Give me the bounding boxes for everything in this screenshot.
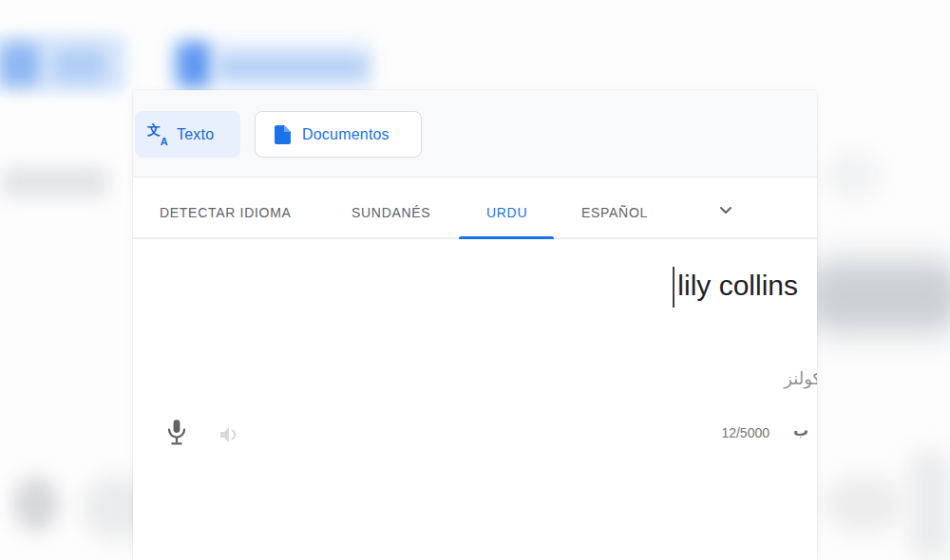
blurred-bottom-right-1 [823, 475, 904, 533]
text-mode-button[interactable]: 文 A Texto [135, 111, 240, 158]
text-cursor [673, 267, 674, 308]
translate-icon-a: A [161, 136, 168, 147]
blurred-text-button-label [52, 49, 107, 82]
mode-toolbar: 文 A Texto Documentos [133, 90, 817, 177]
blurred-text-button-bg [0, 34, 127, 93]
listen-button[interactable] [218, 424, 241, 445]
source-text: lily collins [677, 267, 798, 305]
blurred-right-smudge [825, 152, 882, 199]
blurred-documents-button-icon [177, 42, 211, 87]
microphone-icon [163, 418, 190, 448]
source-text-area[interactable]: lily collins کولنز [133, 239, 817, 560]
character-count: 12/5000 [721, 425, 770, 440]
documents-mode-label: Documentos [302, 126, 390, 143]
blurred-output-text [813, 249, 950, 344]
microphone-button[interactable] [163, 418, 190, 448]
blurred-bottom-right-2 [910, 450, 950, 560]
blurred-text-button-icon [0, 44, 40, 85]
source-language-tabbar: DETECTAR IDIOMA SUNDANÉS URDU ESPAÑOL [133, 177, 817, 239]
text-mode-label: Texto [177, 126, 214, 143]
input-tools-glyph-icon: ب [793, 421, 808, 439]
screen: 文 A Texto Documentos DETECTAR IDIOMA SUN… [0, 0, 950, 560]
tab-urdu[interactable]: URDU [486, 205, 527, 220]
source-input-line: lily collins [673, 267, 798, 308]
speaker-icon [218, 424, 241, 445]
blurred-mic-icon [13, 476, 59, 532]
document-icon [275, 125, 291, 144]
input-tools-button[interactable]: ب [790, 420, 811, 442]
tab-sundanese[interactable]: SUNDANÉS [352, 205, 430, 220]
tab-spanish[interactable]: ESPAÑOL [581, 205, 648, 220]
translate-icon: 文 A [148, 125, 167, 144]
translate-panel: 文 A Texto Documentos DETECTAR IDIOMA SUN… [133, 90, 817, 560]
blurred-documents-button-label [217, 53, 369, 81]
blurred-output-text-dark [813, 268, 950, 325]
tab-detect-language[interactable]: DETECTAR IDIOMA [160, 205, 292, 220]
blurred-documents-button-bg [166, 36, 373, 91]
transliteration-preview: کولنز [784, 368, 817, 388]
more-languages-button[interactable] [714, 198, 737, 221]
translate-icon-zh: 文 [147, 122, 161, 140]
documents-mode-button[interactable]: Documentos [255, 111, 422, 158]
source-card: DETECTAR IDIOMA SUNDANÉS URDU ESPAÑOL li… [133, 177, 817, 560]
chevron-down-icon [714, 198, 737, 221]
blurred-language-tab-text [2, 167, 108, 197]
